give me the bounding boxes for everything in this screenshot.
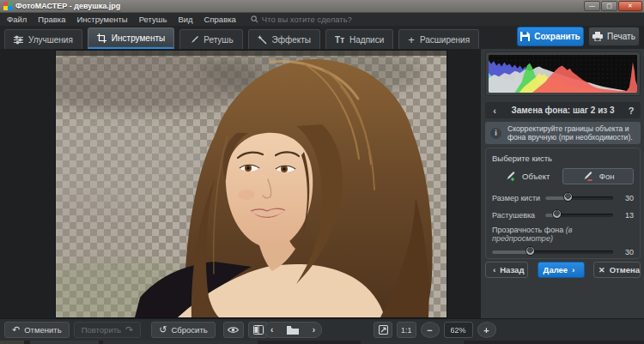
menu-tools[interactable]: Инструменты — [76, 15, 127, 24]
top-actions: Сохранить Печать — [517, 27, 640, 46]
brush-size-value: 30 — [620, 194, 634, 202]
preview-original-button[interactable] — [223, 322, 244, 338]
histogram — [485, 51, 641, 96]
eye-icon — [228, 326, 239, 334]
tab-captions[interactable]: Tт Надписи — [325, 29, 393, 49]
save-label: Сохранить — [534, 32, 580, 41]
zoom-level[interactable]: 62% — [444, 322, 473, 338]
tab-enhancements[interactable]: Улучшения — [4, 29, 82, 49]
help-icon[interactable]: ? — [622, 106, 641, 116]
undo-label: Отменить — [24, 325, 61, 335]
search-icon — [251, 15, 258, 23]
redo-button[interactable]: Повторить ↷ — [74, 322, 142, 338]
chevron-left-icon: ‹ — [493, 266, 495, 275]
tab-label: Эффекты — [272, 35, 311, 45]
save-icon — [520, 32, 530, 41]
bg-opacity-label: Прозрачность фона (в предпросмотре) — [492, 226, 634, 243]
menu-help[interactable]: Справка — [204, 15, 236, 24]
brush-size-slider[interactable] — [545, 191, 613, 204]
text-icon: Tт — [335, 35, 344, 45]
plus-icon: + — [408, 33, 415, 46]
redo-icon: ↷ — [125, 324, 133, 335]
tab-extensions[interactable]: + Расширения — [398, 29, 479, 49]
bg-opacity-slider[interactable] — [492, 245, 613, 258]
object-brush-button[interactable]: Объект — [492, 168, 562, 184]
tab-label: Инструменты — [112, 33, 165, 43]
title-bar: ФотоМАСТЕР - девушка.jpg — ▢ ✕ — [0, 0, 644, 13]
fit-icon — [379, 325, 388, 335]
app-logo-icon — [3, 2, 12, 10]
brush-icon — [189, 35, 198, 45]
tab-label: Надписи — [349, 35, 384, 45]
menu-view[interactable]: Вид — [178, 15, 192, 24]
feather-slider[interactable] — [545, 208, 613, 221]
cancel-label: Отмена — [610, 265, 640, 275]
reset-button[interactable]: ↺ Сбросить — [151, 322, 215, 338]
tab-effects[interactable]: Эффекты — [248, 29, 320, 49]
file-navigation: ‹ › — [264, 322, 322, 338]
bottom-toolbar: ↶ Отменить Повторить ↷ ↺ Сбросить ‹ — [0, 318, 644, 341]
compare-icon — [253, 325, 264, 335]
info-icon: i — [490, 128, 501, 139]
search-placeholder: Что вы хотите сделать? — [262, 15, 352, 24]
actual-size-button[interactable]: 1:1 — [397, 322, 416, 338]
save-button[interactable]: Сохранить — [517, 27, 584, 46]
app-window: ФотоМАСТЕР - девушка.jpg — ▢ ✕ Файл Прав… — [0, 0, 644, 344]
feather-label: Растушевка — [492, 211, 545, 220]
magic-wand-icon — [258, 35, 267, 45]
right-panel: ‹ Замена фона: шаг 2 из 3 ? i Скорректир… — [481, 49, 644, 318]
crop-icon — [97, 33, 106, 43]
back-button[interactable]: ‹ Назад — [485, 262, 528, 278]
print-button[interactable]: Печать — [588, 27, 640, 46]
bg-opacity-value: 30 — [620, 248, 634, 256]
brush-section-title: Выберите кисть — [492, 154, 634, 163]
reset-icon: ↺ — [159, 324, 167, 335]
tab-retouch[interactable]: Ретушь — [179, 29, 242, 49]
slider-thumb[interactable] — [552, 209, 562, 219]
brush-plus-icon — [504, 171, 515, 182]
zoom-out-button[interactable]: − — [421, 322, 440, 338]
folder-icon[interactable] — [287, 326, 299, 335]
chevron-left-icon[interactable]: ‹ — [485, 106, 504, 116]
zoom-in-button[interactable]: + — [477, 322, 496, 338]
close-button[interactable]: ✕ — [618, 1, 642, 11]
menu-bar: Файл Правка Инструменты Ретушь Вид Справ… — [0, 13, 644, 26]
menu-file[interactable]: Файл — [7, 15, 27, 24]
menu-edit[interactable]: Правка — [38, 15, 65, 24]
info-box: i Скорректируйте границы объекта и фона … — [485, 122, 641, 144]
canvas-area[interactable] — [0, 49, 481, 318]
tab-label: Расширения — [420, 35, 470, 45]
fit-screen-button[interactable] — [374, 322, 392, 338]
slider-thumb[interactable] — [563, 192, 573, 202]
back-label: Назад — [500, 265, 524, 275]
next-photo-button[interactable]: › — [313, 325, 315, 335]
window-title: ФотоМАСТЕР - девушка.jpg — [15, 2, 120, 10]
maximize-button[interactable]: ▢ — [601, 1, 617, 11]
next-button[interactable]: Далее › — [538, 262, 585, 278]
zoom-controls: 1:1 − 62% + — [374, 322, 501, 338]
os-taskbar — [0, 341, 644, 344]
next-label: Далее — [544, 265, 568, 275]
print-icon — [592, 32, 603, 41]
menu-retouch[interactable]: Ретушь — [139, 15, 167, 24]
feather-value: 13 — [620, 211, 634, 220]
print-label: Печать — [607, 32, 635, 41]
object-brush-label: Объект — [522, 172, 550, 181]
undo-icon: ↶ — [12, 324, 20, 335]
photo-preview[interactable] — [56, 51, 447, 317]
background-brush-button[interactable]: Фон — [562, 168, 635, 184]
step-header: ‹ Замена фона: шаг 2 из 3 ? — [485, 102, 641, 118]
menu-search[interactable]: Что вы хотите сделать? — [251, 15, 352, 24]
wizard-nav: ‹ Назад Далее › ✕ Отмена — [485, 262, 641, 278]
undo-button[interactable]: ↶ Отменить — [4, 322, 70, 338]
slider-fill — [492, 250, 530, 254]
tab-tools[interactable]: Инструменты — [88, 27, 174, 49]
step-title: Замена фона: шаг 2 из 3 — [504, 106, 622, 115]
prev-photo-button[interactable]: ‹ — [270, 325, 273, 335]
minimize-button[interactable]: — — [584, 1, 600, 11]
cancel-button[interactable]: ✕ Отмена — [593, 262, 641, 278]
slider-thumb[interactable] — [526, 246, 535, 256]
chevron-right-icon: › — [572, 266, 574, 275]
brush-section: Выберите кисть Объект — [485, 148, 641, 259]
brush-minus-icon — [581, 171, 592, 182]
